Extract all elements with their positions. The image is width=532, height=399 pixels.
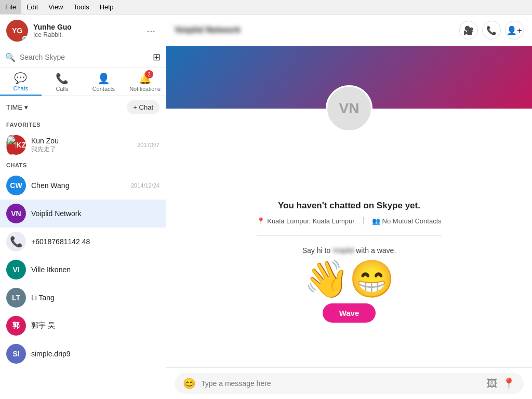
online-status-dot bbox=[22, 36, 28, 41]
chat-list: FAVORITES KZ Kun Zou 我先走了 2017/6/7 CHATS… bbox=[0, 118, 166, 399]
tab-contacts[interactable]: 👤 Contacts bbox=[83, 68, 125, 96]
chat-name: +60187681142 48 bbox=[31, 237, 159, 246]
location-button[interactable]: 📍 bbox=[502, 377, 515, 390]
header-actions: 🎥 📞 👤+ bbox=[459, 21, 524, 39]
chat-name: Voiplid Network bbox=[31, 209, 154, 218]
avatar: YG bbox=[6, 20, 28, 42]
chat-info: Li Tang bbox=[31, 294, 159, 302]
calls-tab-icon: 📞 bbox=[56, 72, 69, 85]
chat-name: simple.drip9 bbox=[31, 350, 159, 358]
avatar: 📞 bbox=[6, 232, 26, 251]
message-box: 😊 🖼 📍 bbox=[175, 373, 524, 394]
list-item[interactable]: 郭 郭宇 吴 bbox=[0, 312, 166, 340]
chat-center: You haven't chatted on Skype yet. 📍 Kual… bbox=[246, 135, 452, 367]
chat-info: Voiplid Network bbox=[31, 209, 154, 218]
list-item[interactable]: VN Voiplid Network bbox=[0, 200, 166, 228]
chat-name: Kun Zou bbox=[31, 137, 132, 145]
list-item[interactable]: CW Chen Wang 2014/12/24 bbox=[0, 171, 166, 200]
tab-bar: 💬 Chats 📞 Calls 👤 Contacts 2 🔔 Notificat… bbox=[0, 68, 166, 96]
notifications-tab-label: Notifications bbox=[129, 86, 161, 92]
video-icon: 🎥 bbox=[463, 25, 474, 35]
chat-info: +60187681142 48 bbox=[31, 237, 159, 246]
mutual-contacts-item: 👥 No Mutual Contacts bbox=[372, 217, 442, 225]
tab-calls[interactable]: 📞 Calls bbox=[42, 68, 83, 96]
search-bar: 🔍 ⊞ bbox=[0, 47, 166, 68]
call-icon: 📞 bbox=[486, 25, 497, 35]
chat-time: 2017/6/7 bbox=[137, 142, 159, 148]
list-item[interactable]: VI Ville Itkonen bbox=[0, 256, 166, 284]
content-area: Voiplid Network 🎥 📞 👤+ VN bbox=[166, 15, 532, 399]
contacts-tab-icon: 👤 bbox=[97, 72, 110, 85]
message-area: 😊 🖼 📍 bbox=[166, 367, 532, 399]
profile-status: Ice Rabbit. bbox=[33, 31, 142, 38]
chat-preview: 我先走了 bbox=[31, 145, 132, 154]
main-layout: YG Yunhe Guo Ice Rabbit. ··· 🔍 ⊞ 💬 Chats… bbox=[0, 15, 532, 399]
avatar: VN bbox=[6, 204, 26, 223]
list-item[interactable]: SI simple.drip9 bbox=[0, 340, 166, 368]
menu-bar: File Edit View Tools Help bbox=[0, 0, 532, 15]
location-text: Kuala Lumpur, Kuala Lumpur bbox=[267, 217, 354, 225]
mutual-contacts-text: No Mutual Contacts bbox=[382, 217, 442, 225]
sidebar: YG Yunhe Guo Ice Rabbit. ··· 🔍 ⊞ 💬 Chats… bbox=[0, 15, 166, 399]
list-item[interactable]: LT Li Tang bbox=[0, 284, 166, 312]
chats-tab-icon: 💬 bbox=[14, 72, 27, 84]
menu-tools[interactable]: Tools bbox=[68, 0, 94, 14]
profile-info: Yunhe Guo Ice Rabbit. bbox=[33, 23, 142, 38]
add-contact-button[interactable]: 👤+ bbox=[505, 21, 524, 39]
search-icon: 🔍 bbox=[5, 52, 16, 62]
contacts-icon: 👥 bbox=[372, 217, 380, 225]
horizontal-divider bbox=[257, 235, 442, 236]
say-hi-text: Say hi to Voiplid with a wave. bbox=[302, 246, 396, 255]
add-contact-icon: 👤+ bbox=[507, 25, 522, 35]
avatar: KZ bbox=[6, 135, 26, 155]
chat-info: simple.drip9 bbox=[31, 350, 159, 358]
avatar: LT bbox=[6, 288, 26, 308]
chat-info: Ville Itkonen bbox=[31, 265, 159, 274]
chat-name: Chen Wang bbox=[31, 181, 126, 190]
chat-info: Chen Wang bbox=[31, 181, 126, 190]
notifications-badge: 2 bbox=[145, 70, 153, 78]
time-sort-label[interactable]: TIME ▾ bbox=[6, 103, 28, 111]
chat-name: Li Tang bbox=[31, 294, 159, 302]
more-options-button[interactable]: ··· bbox=[142, 23, 159, 39]
profile-avatar-large: VN bbox=[326, 85, 373, 132]
search-input[interactable] bbox=[20, 53, 149, 61]
location-icon: 📍 bbox=[257, 217, 265, 225]
chats-section-label: CHATS bbox=[0, 159, 166, 171]
video-call-button[interactable]: 🎥 bbox=[459, 21, 478, 39]
location-contacts: 📍 Kuala Lumpur, Kuala Lumpur 👥 No Mutual… bbox=[257, 217, 442, 225]
list-item[interactable]: 📞 +60187681142 48 bbox=[0, 228, 166, 256]
tab-chats[interactable]: 💬 Chats bbox=[0, 68, 42, 96]
avatar: SI bbox=[6, 344, 26, 364]
menu-edit[interactable]: Edit bbox=[21, 0, 43, 14]
chat-name: 郭宇 吴 bbox=[31, 321, 159, 330]
chat-title: Voiplid Network bbox=[175, 25, 459, 35]
grid-icon[interactable]: ⊞ bbox=[153, 51, 161, 63]
new-chat-button[interactable]: + Chat bbox=[127, 100, 159, 114]
menu-view[interactable]: View bbox=[43, 0, 68, 14]
media-button[interactable]: 🖼 bbox=[487, 378, 497, 390]
tab-notifications[interactable]: 2 🔔 Notifications bbox=[124, 68, 166, 96]
chat-body: VN You haven't chatted on Skype yet. 📍 K… bbox=[166, 46, 532, 367]
audio-call-button[interactable]: 📞 bbox=[482, 21, 501, 39]
avatar: CW bbox=[6, 176, 26, 195]
menu-help[interactable]: Help bbox=[95, 0, 119, 14]
favorites-label: FAVORITES bbox=[0, 118, 166, 131]
wave-emoji: 👋😁 bbox=[304, 261, 394, 297]
avatar: VI bbox=[6, 260, 26, 280]
profile-banner-section: VN bbox=[166, 46, 532, 109]
chat-info: 郭宇 吴 bbox=[31, 321, 159, 330]
chat-info: Kun Zou 我先走了 bbox=[31, 137, 132, 154]
chat-header: Voiplid Network 🎥 📞 👤+ bbox=[166, 15, 532, 46]
calls-tab-label: Calls bbox=[56, 86, 68, 92]
profile-section: YG Yunhe Guo Ice Rabbit. ··· bbox=[0, 15, 166, 47]
chats-tab-label: Chats bbox=[14, 85, 29, 91]
not-chatted-text: You haven't chatted on Skype yet. bbox=[278, 201, 420, 211]
emoji-button[interactable]: 😊 bbox=[183, 377, 196, 390]
chat-name: Ville Itkonen bbox=[31, 265, 159, 274]
message-input[interactable] bbox=[201, 379, 482, 388]
wave-button[interactable]: Wave bbox=[323, 303, 376, 323]
list-item[interactable]: KZ Kun Zou 我先走了 2017/6/7 bbox=[0, 131, 166, 159]
menu-file[interactable]: File bbox=[0, 0, 21, 14]
chat-time: 2014/12/24 bbox=[131, 182, 159, 189]
